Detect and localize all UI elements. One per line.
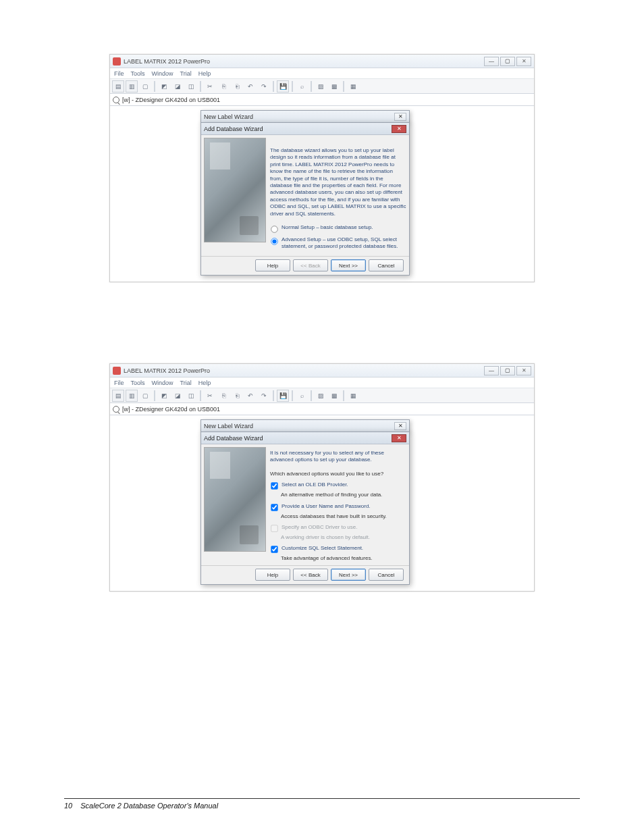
toolbar-btn-5[interactable]: ◪ — [171, 390, 184, 402]
menu-help[interactable]: Help — [198, 70, 211, 77]
close-icon[interactable]: ✕ — [392, 125, 406, 133]
toolbar-btn-undo[interactable]: ↶ — [244, 390, 257, 402]
document-tab[interactable]: [w] - ZDesigner GK420d on USB001 — [110, 403, 534, 415]
toolbar-btn-open[interactable]: ▥ — [126, 390, 138, 402]
toolbar-btn-13[interactable]: ⌕ — [296, 390, 308, 402]
close-button[interactable]: ✕ — [516, 366, 531, 375]
window-titlebar[interactable]: LABEL MATRIX 2012 PowerPro — ▢ ✕ — [110, 55, 534, 68]
back-button[interactable]: << Back — [293, 259, 328, 271]
page-title: ScaleCore 2 Database Operator's Manual — [80, 802, 218, 810]
canvas-area: New Label Wizard ✕ Add Database Wizard ✕… — [110, 106, 534, 282]
check-ole-db-sub: An alternative method of finding your da… — [281, 492, 406, 498]
toolbar-btn-13[interactable]: ⌕ — [296, 80, 308, 93]
toolbar-btn-4[interactable]: ◩ — [158, 80, 170, 93]
app-icon — [113, 57, 121, 66]
wizard-image — [204, 138, 266, 242]
toolbar-btn-16[interactable]: ▦ — [347, 80, 359, 93]
toolbar-btn-redo[interactable]: ↷ — [258, 80, 270, 93]
close-button[interactable]: ✕ — [516, 57, 531, 66]
new-label-wizard-window: New Label Wizard ✕ — [200, 419, 410, 433]
canvas-area: New Label Wizard ✕ Add Database Wizard ✕… — [110, 415, 534, 591]
back-button[interactable]: << Back — [293, 569, 328, 581]
menu-trial[interactable]: Trial — [180, 70, 192, 77]
close-icon[interactable]: ✕ — [392, 434, 406, 442]
toolbar: ▤ ▥ ▢ ◩ ◪ ◫ ✂ ⎘ ⎗ ↶ ↷ 💾 ⌕ ▨ ▩ ▦ — [110, 79, 534, 94]
menubar: File Tools Window Trial Help — [110, 68, 534, 79]
help-button[interactable]: Help — [255, 569, 290, 581]
toolbar-btn-14[interactable]: ▨ — [315, 80, 327, 93]
cancel-button[interactable]: Cancel — [369, 569, 404, 581]
screenshot-1: LABEL MATRIX 2012 PowerPro — ▢ ✕ File To… — [109, 54, 535, 282]
toolbar-btn-paste[interactable]: ⎗ — [231, 390, 243, 402]
check-odbc-driver[interactable]: Specify an ODBC Driver to use. — [270, 524, 406, 533]
toolbar-btn-5[interactable]: ◪ — [171, 80, 184, 93]
toolbar-btn-16[interactable]: ▦ — [347, 390, 359, 402]
toolbar-btn-undo[interactable]: ↶ — [244, 80, 257, 93]
toolbar: ▤ ▥ ▢ ◩ ◪ ◫ ✂ ⎘ ⎗ ↶ ↷ 💾 ⌕ ▨ ▩ ▦ — [110, 388, 534, 403]
radio-normal-setup[interactable]: Normal Setup – basic database setup. — [270, 224, 406, 234]
minimize-button[interactable]: — — [484, 57, 499, 66]
toolbar-btn-close[interactable]: ▢ — [139, 390, 151, 402]
check-user-password-sub: Access databases that have built in secu… — [281, 513, 406, 520]
toolbar-btn-15[interactable]: ▩ — [328, 80, 340, 93]
toolbar-btn-14[interactable]: ▨ — [315, 390, 327, 402]
next-button[interactable]: Next >> — [331, 259, 366, 271]
toolbar-btn-15[interactable]: ▩ — [328, 390, 340, 402]
radio-advanced-setup[interactable]: Advanced Setup – use ODBC setup, SQL sel… — [270, 236, 406, 251]
app-icon — [113, 367, 121, 375]
toolbar-btn-new[interactable]: ▤ — [112, 390, 124, 402]
app-title: LABEL MATRIX 2012 PowerPro — [124, 367, 210, 374]
wizard-description: The database wizard allows you to set up… — [270, 147, 406, 217]
button-row: Help << Back Next >> Cancel — [201, 565, 409, 584]
menu-window[interactable]: Window — [152, 380, 173, 386]
toolbar-btn-copy[interactable]: ⎘ — [217, 390, 230, 402]
toolbar-btn-cut[interactable]: ✂ — [204, 80, 216, 93]
menu-tools[interactable]: Tools — [131, 380, 145, 386]
help-button[interactable]: Help — [255, 259, 290, 271]
maximize-button[interactable]: ▢ — [500, 366, 515, 375]
screenshot-2: LABEL MATRIX 2012 PowerPro — ▢ ✕ File To… — [109, 363, 535, 592]
add-database-wizard-window: Add Database Wizard ✕ The database wizar… — [200, 122, 410, 276]
toolbar-btn-open[interactable]: ▥ — [126, 80, 138, 93]
window-titlebar[interactable]: LABEL MATRIX 2012 PowerPro — ▢ ✕ — [110, 364, 534, 377]
button-row: Help << Back Next >> Cancel — [201, 256, 409, 275]
minimize-button[interactable]: — — [484, 366, 499, 375]
close-icon[interactable]: ✕ — [394, 422, 406, 430]
toolbar-btn-close[interactable]: ▢ — [139, 80, 151, 93]
check-sql-statement-sub: Take advantage of advanced features. — [281, 555, 406, 562]
app-title: LABEL MATRIX 2012 PowerPro — [124, 58, 210, 65]
toolbar-btn-6[interactable]: ◫ — [185, 390, 197, 402]
new-label-wizard-title: New Label Wizard — [204, 113, 253, 120]
menu-file[interactable]: File — [114, 70, 124, 77]
toolbar-btn-new[interactable]: ▤ — [112, 80, 124, 93]
toolbar-btn-copy[interactable]: ⎘ — [217, 80, 230, 93]
menu-trial[interactable]: Trial — [180, 380, 192, 386]
toolbar-btn-paste[interactable]: ⎗ — [231, 80, 243, 93]
new-label-wizard-window: New Label Wizard ✕ — [200, 110, 410, 124]
menubar: File Tools Window Trial Help — [110, 377, 534, 388]
add-database-wizard-title: Add Database Wizard — [204, 435, 263, 442]
toolbar-btn-6[interactable]: ◫ — [185, 80, 197, 93]
toolbar-btn-4[interactable]: ◩ — [158, 390, 170, 402]
cancel-button[interactable]: Cancel — [369, 259, 404, 271]
menu-window[interactable]: Window — [152, 70, 173, 77]
toolbar-btn-cut[interactable]: ✂ — [204, 390, 216, 402]
toolbar-btn-redo[interactable]: ↷ — [258, 390, 270, 402]
menu-help[interactable]: Help — [198, 380, 211, 386]
check-sql-statement[interactable]: Customize SQL Select Statement. — [270, 545, 406, 554]
menu-tools[interactable]: Tools — [131, 70, 145, 77]
magnifier-icon — [113, 97, 119, 103]
wizard-question: Which advanced options would you like to… — [270, 471, 406, 477]
check-user-password[interactable]: Provide a User Name and Password. — [270, 503, 406, 512]
close-icon[interactable]: ✕ — [394, 113, 406, 121]
toolbar-btn-save[interactable]: 💾 — [277, 80, 289, 93]
check-ole-db[interactable]: Select an OLE DB Provider. — [270, 481, 406, 490]
menu-file[interactable]: File — [114, 380, 124, 386]
document-tab[interactable]: [w] - ZDesigner GK420d on USB001 — [110, 94, 534, 106]
magnifier-icon — [113, 406, 119, 413]
toolbar-btn-save[interactable]: 💾 — [277, 390, 289, 402]
wizard-image — [204, 447, 266, 552]
add-database-wizard-title: Add Database Wizard — [204, 126, 263, 132]
maximize-button[interactable]: ▢ — [500, 57, 515, 66]
next-button[interactable]: Next >> — [331, 569, 366, 581]
